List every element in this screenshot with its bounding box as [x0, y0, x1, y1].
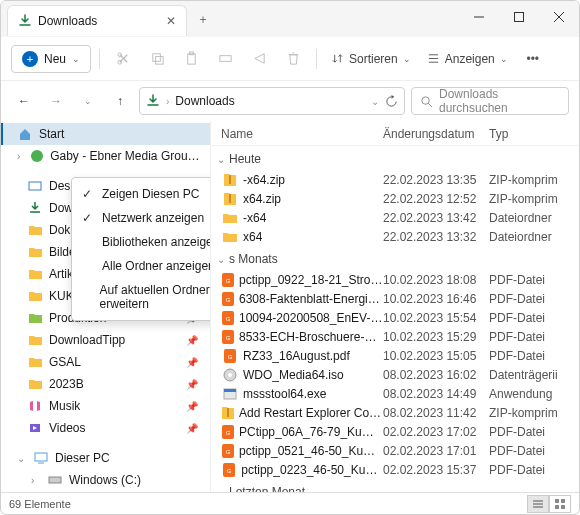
recentloc-button[interactable]: ⌄ [75, 88, 101, 114]
chevron-down-icon[interactable]: ⌄ [371, 96, 379, 107]
file-row[interactable]: G8533-ECH-Broschuere-Haushaltsgeraete-..… [211, 327, 579, 346]
chevron-right-icon[interactable]: › [17, 151, 24, 162]
context-menu-item[interactable]: ✓Zeigen Diesen PC [72, 182, 211, 206]
sidebar-item-start[interactable]: Start [1, 123, 210, 145]
file-date: 22.02.2023 13:32 [383, 230, 489, 244]
titlebar: Downloads ✕ ＋ [1, 1, 579, 37]
file-row[interactable]: mssstool64.exe08.02.2023 14:49Anwendung [211, 384, 579, 403]
file-row[interactable]: -x64.zip22.02.2023 13:35ZIP-komprim [211, 170, 579, 189]
toolbar: + Neu ⌄ Sortieren ⌄ Anzeigen ⌄ ••• [1, 37, 579, 81]
file-row[interactable]: Gpctipp_0521_46-50_Kummerkasten.pdf02.02… [211, 441, 579, 460]
file-row[interactable]: GPCtipp_06A_76-79_Kummerkasten.pdf02.02.… [211, 422, 579, 441]
more-icon[interactable]: ••• [518, 44, 548, 74]
rename-icon[interactable] [210, 44, 240, 74]
svg-point-14 [422, 96, 429, 103]
refresh-icon[interactable] [385, 95, 398, 108]
exe-icon [221, 386, 239, 402]
file-name: Add Restart Explorer Context Menu in Wi.… [239, 406, 383, 420]
minimize-button[interactable] [459, 1, 499, 33]
sidebar-item[interactable]: 2023B📌 [1, 373, 210, 395]
pdf-icon: G [221, 329, 235, 345]
close-button[interactable] [539, 1, 579, 33]
tab-downloads[interactable]: Downloads ✕ [7, 5, 187, 36]
file-type: ZIP-komprim [489, 192, 569, 206]
sidebar-item[interactable]: GSAL📌 [1, 351, 210, 373]
file-row[interactable]: Gpctipp_0223_46-50_Kuka.pdf02.02.2023 15… [211, 460, 579, 479]
copy-icon[interactable] [142, 44, 172, 74]
maximize-button[interactable] [499, 1, 539, 33]
file-row[interactable]: x6422.02.2023 13:32Dateiordner [211, 227, 579, 246]
context-menu-item[interactable]: ✓Netzwerk anzeigen [72, 206, 211, 230]
file-row[interactable]: Add Restart Explorer Context Menu in Wi.… [211, 403, 579, 422]
up-button[interactable]: ↑ [107, 88, 133, 114]
sidebar-item[interactable]: DownloadTipp📌 [1, 329, 210, 351]
address-bar[interactable]: › Downloads ⌄ [139, 87, 405, 115]
context-menu-item[interactable]: Bibliotheken anzeigen [72, 230, 211, 254]
chevron-down-icon[interactable]: ⌄ [17, 453, 27, 464]
file-type: ZIP-komprim [489, 406, 569, 420]
file-row[interactable]: GRZ33_16August.pdf10.02.2023 15:05PDF-Da… [211, 346, 579, 365]
zip-icon [221, 405, 235, 421]
svg-rect-55 [555, 499, 559, 503]
status-count: 69 Elemente [9, 498, 71, 510]
new-tab-button[interactable]: ＋ [187, 1, 219, 38]
folder-icon [27, 398, 43, 414]
sidebar-item-label: Start [39, 127, 64, 141]
sort-button[interactable]: Sortieren ⌄ [325, 48, 417, 70]
sidebar-item-gaby[interactable]: › Gaby - Ebner Media Group GmbH & Co [1, 145, 210, 167]
column-date[interactable]: Änderungsdatum [383, 127, 489, 141]
column-headers: Name Änderungsdatum Typ [211, 121, 579, 146]
group-header[interactable]: ⌄s Monats [211, 246, 579, 270]
context-menu-item[interactable]: Alle Ordner anzeigen [72, 254, 211, 278]
paste-icon[interactable] [176, 44, 206, 74]
tab-close-icon[interactable]: ✕ [166, 14, 176, 28]
file-name: -x64 [243, 211, 266, 225]
user-icon [30, 148, 44, 164]
chevron-right-icon[interactable]: › [31, 475, 41, 486]
group-header[interactable]: ⌄Letzten Monat [211, 479, 579, 492]
file-row[interactable]: G6308-Faktenblatt-Energietikette-Wasch..… [211, 289, 579, 308]
new-button[interactable]: + Neu ⌄ [11, 45, 91, 73]
column-name[interactable]: Name [221, 127, 383, 141]
file-date: 10.02.2023 15:54 [383, 311, 489, 325]
folder-icon [27, 244, 43, 260]
forward-button[interactable]: → [43, 88, 69, 114]
new-button-label: Neu [44, 52, 66, 66]
svg-text:G: G [227, 468, 232, 474]
file-row[interactable]: G10094-20200508_EnEV-Revision2020_DE.p..… [211, 308, 579, 327]
pin-icon: 📌 [186, 335, 202, 346]
file-row[interactable]: WDO_Media64.iso08.02.2023 16:02Datenträg… [211, 365, 579, 384]
file-date: 10.02.2023 15:29 [383, 330, 489, 344]
group-header[interactable]: ⌄Heute [211, 146, 579, 170]
file-name: mssstool64.exe [243, 387, 326, 401]
column-type[interactable]: Typ [489, 127, 569, 141]
file-row[interactable]: -x6422.02.2023 13:42Dateiordner [211, 208, 579, 227]
sidebar-item-netzwerk[interactable]: › Netzwerk [1, 491, 210, 492]
sidebar-item-dieser-pc[interactable]: ⌄ Dieser PC [1, 447, 210, 469]
file-row[interactable]: Gpctipp_0922_18-21_Stromspartipps.pdf10.… [211, 270, 579, 289]
svg-rect-26 [229, 194, 231, 203]
context-menu-label: Bibliotheken anzeigen [102, 235, 211, 249]
sidebar-item[interactable]: Videos📌 [1, 417, 210, 439]
sidebar-item[interactable]: Musik📌 [1, 395, 210, 417]
folder-icon [221, 210, 239, 226]
sidebar-item-windows-c[interactable]: › Windows (C:) [1, 469, 210, 491]
file-pane: Name Änderungsdatum Typ ⌄Heute-x64.zip22… [211, 121, 579, 492]
view-button[interactable]: Anzeigen ⌄ [421, 48, 514, 70]
pin-icon: 📌 [186, 379, 202, 390]
file-row[interactable]: x64.zip22.02.2023 12:52ZIP-komprim [211, 189, 579, 208]
folder-icon [27, 310, 43, 326]
cut-icon[interactable] [108, 44, 138, 74]
folder-icon [27, 420, 43, 436]
view-icons-button[interactable] [549, 495, 571, 513]
sidebar-item-label: Gaby - Ebner Media Group GmbH & Co [50, 149, 202, 163]
delete-icon[interactable] [278, 44, 308, 74]
back-button[interactable]: ← [11, 88, 37, 114]
pdf-icon: G [221, 291, 235, 307]
file-type: PDF-Datei [489, 292, 569, 306]
file-list[interactable]: ⌄Heute-x64.zip22.02.2023 13:35ZIP-kompri… [211, 146, 579, 492]
share-icon[interactable] [244, 44, 274, 74]
search-box[interactable]: Downloads durchsuchen [411, 87, 569, 115]
view-details-button[interactable] [527, 495, 549, 513]
context-menu-item[interactable]: Auf aktuellen Ordner erweitern [72, 278, 211, 316]
